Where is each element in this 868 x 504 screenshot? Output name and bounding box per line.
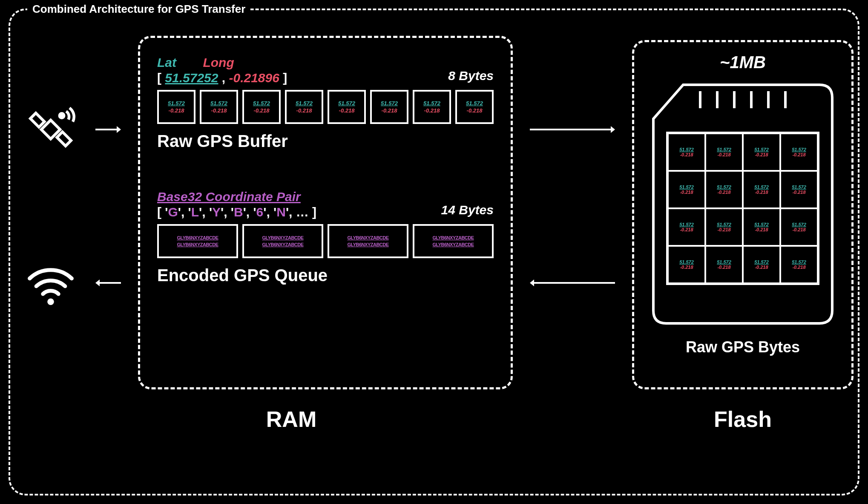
base32-tuple: [ 'G', 'L', 'Y', 'B', '6', 'N', … ] <box>157 204 316 220</box>
sd-cell: 51.572-0.218 <box>743 171 780 208</box>
sd-cell: 51.572-0.218 <box>705 208 743 246</box>
sd-cell: 51.572-0.218 <box>705 171 743 208</box>
outer-frame: Combined Architecture for GPS Transfer <box>9 9 859 495</box>
enc-cell-row: GLYB6NXYZABCDEGLYB6NXYZABCDEGLYB6NXYZABC… <box>157 224 494 258</box>
svg-marker-8 <box>95 279 100 286</box>
sd-cell: 51.572-0.218 <box>743 133 780 171</box>
raw-cell: 51.572-0.218 <box>455 90 494 124</box>
sd-cell: 51.572-0.218 <box>780 246 818 283</box>
raw-buffer-group: Lat Long [ 51.57252 , -0.21896 ] 8 Bytes… <box>157 55 494 151</box>
coord-tuple: [ 51.57252 , -0.21896 ] <box>157 70 287 86</box>
icons-column <box>23 27 78 360</box>
raw-cell: 51.572-0.218 <box>157 90 195 124</box>
sd-card: 51.572-0.21851.572-0.21851.572-0.21851.5… <box>649 81 836 328</box>
raw-cell: 51.572-0.218 <box>200 90 238 124</box>
raw-cell: 51.572-0.218 <box>285 90 323 124</box>
arrow-right-icon <box>530 121 615 138</box>
svg-marker-10 <box>611 126 615 133</box>
enc-size-label: 14 Bytes <box>441 203 494 220</box>
enc-cell: GLYB6NXYZABCDEGLYB6NXYZABCDE <box>242 224 323 258</box>
latlong-header: Lat Long [ 51.57252 , -0.21896 ] <box>157 55 287 86</box>
sd-cell: 51.572-0.218 <box>780 208 818 246</box>
svg-point-3 <box>60 113 64 118</box>
raw-cell: 51.572-0.218 <box>370 90 408 124</box>
svg-marker-12 <box>530 279 534 286</box>
encoded-queue-group: Base32 Coordinate Pair [ 'G', 'L', 'Y', … <box>157 189 494 285</box>
ram-column: Lat Long [ 51.57252 , -0.21896 ] 8 Bytes… <box>138 27 513 432</box>
svg-marker-6 <box>117 126 121 133</box>
main-row: Lat Long [ 51.57252 , -0.21896 ] 8 Bytes… <box>23 10 845 481</box>
sd-cell: 51.572-0.218 <box>705 246 743 283</box>
mid-connectors <box>530 27 615 360</box>
satellite-icon <box>23 102 78 157</box>
enc-cell: GLYB6NXYZABCDEGLYB6NXYZABCDE <box>413 224 494 258</box>
ram-box: Lat Long [ 51.57252 , -0.21896 ] 8 Bytes… <box>138 36 513 389</box>
flash-column: ~1MB 51.572-0.21851.572-0.21851.572-0.21… <box>632 27 854 432</box>
sd-cell: 51.572-0.218 <box>668 133 705 171</box>
raw-buffer-label: Raw GPS Buffer <box>157 132 494 151</box>
raw-cell: 51.572-0.218 <box>328 90 366 124</box>
svg-rect-1 <box>30 113 44 127</box>
sd-cell: 51.572-0.218 <box>668 171 705 208</box>
sd-cell: 51.572-0.218 <box>780 133 818 171</box>
sd-cell: 51.572-0.218 <box>780 171 818 208</box>
sd-grid: 51.572-0.21851.572-0.21851.572-0.21851.5… <box>666 132 819 285</box>
sd-cell: 51.572-0.218 <box>705 133 743 171</box>
arrow-left-icon <box>95 274 121 291</box>
sd-cell: 51.572-0.218 <box>668 208 705 246</box>
lat-label: Lat <box>157 55 176 69</box>
raw-cell: 51.572-0.218 <box>242 90 281 124</box>
encoded-queue-label: Encoded GPS Queue <box>157 266 494 285</box>
sd-cell: 51.572-0.218 <box>743 246 780 283</box>
lat-value: 51.57252 <box>165 71 218 85</box>
ram-title: RAM <box>249 406 334 432</box>
svg-rect-2 <box>57 132 71 146</box>
left-connectors <box>95 27 121 360</box>
base32-title: Base32 Coordinate Pair <box>157 189 316 204</box>
flash-bytes-label: Raw GPS Bytes <box>686 338 800 356</box>
flash-box: ~1MB 51.572-0.21851.572-0.21851.572-0.21… <box>632 40 854 389</box>
raw-cell-row: 51.572-0.21851.572-0.21851.572-0.21851.5… <box>157 90 494 124</box>
raw-cell: 51.572-0.218 <box>413 90 451 124</box>
arrow-right-icon <box>95 121 121 138</box>
frame-title: Combined Architecture for GPS Transfer <box>27 3 250 16</box>
svg-point-4 <box>47 298 54 305</box>
raw-size-label: 8 Bytes <box>448 69 494 86</box>
enc-cell: GLYB6NXYZABCDEGLYB6NXYZABCDE <box>157 224 238 258</box>
sd-cell: 51.572-0.218 <box>743 208 780 246</box>
enc-cell: GLYB6NXYZABCDEGLYB6NXYZABCDE <box>328 224 408 258</box>
sd-cell: 51.572-0.218 <box>668 246 705 283</box>
flash-size-label: ~1MB <box>720 53 766 72</box>
flash-title: Flash <box>632 406 854 432</box>
long-label: Long <box>203 55 234 69</box>
long-value: -0.21896 <box>229 71 279 85</box>
arrow-left-icon <box>530 274 615 291</box>
wifi-icon <box>23 255 78 311</box>
